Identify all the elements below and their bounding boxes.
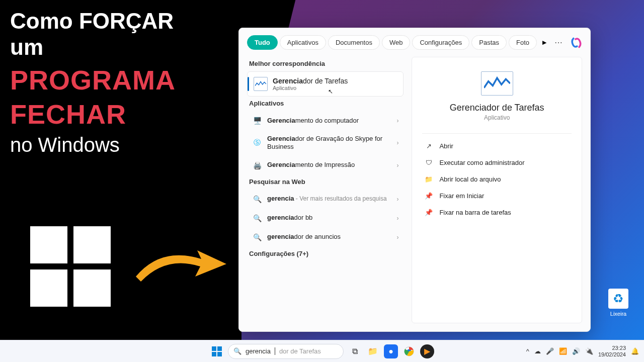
wifi-icon[interactable]: 📶 [559,347,567,355]
media-player-icon[interactable]: ▶ [420,344,434,358]
chevron-right-icon: › [396,196,398,203]
search-icon: 🔍 [252,213,262,223]
action-pin-start[interactable]: 📌Fixar em Iniciar [422,188,572,204]
tabs-scroll-right-icon[interactable]: ▶ [539,37,549,49]
taskbar-clock[interactable]: 23:23 19/02/2024 [598,345,626,357]
chevron-right-icon: › [396,162,398,169]
task-view-icon[interactable]: ⧉ [348,344,362,358]
copilot-icon[interactable] [571,36,582,49]
shield-icon: 🛡 [424,159,433,166]
app-result-1[interactable]: Ⓢ Gerenciador de Gravação do Skype for B… [247,130,404,156]
skype-icon: Ⓢ [252,138,262,148]
tab-web[interactable]: Web [382,35,411,50]
explorer-icon[interactable]: 📁 [366,344,380,358]
arrow-icon [131,241,231,287]
search-typed-text: gerencia [246,347,271,355]
best-match-item[interactable]: Gerenciador de Tarefas Aplicativo ↖ [247,71,404,97]
camera-app-icon[interactable]: ● [384,344,398,358]
folder-icon: 📁 [424,175,433,183]
tab-tudo[interactable]: Tudo [247,35,278,50]
onedrive-icon[interactable]: ☁ [534,347,541,355]
tray-chevron-icon[interactable]: ^ [526,347,529,355]
recycle-bin[interactable]: ♻ Lixeira [604,289,633,317]
pin-icon: 📌 [424,209,433,216]
action-pin-taskbar[interactable]: 📌Fixar na barra de tarefas [422,204,572,221]
web-result-0[interactable]: 🔍 gerencia - Ver mais resultados da pesq… [247,190,404,209]
app-icon: 🖥️ [252,116,262,126]
app-result-0[interactable]: 🖥️ Gerenciamento do computador › [247,111,404,130]
search-ghost-text: dor de Tarefas [279,347,321,355]
preview-app-icon [481,71,513,96]
best-match-label: Melhor correspondência [249,60,404,67]
thumb-line4: FECHAR [10,100,231,129]
search-results-column: Melhor correspondência Gerenciador de Ta… [247,57,404,323]
start-search-popup: Tudo Aplicativos Documentos Web Configur… [238,28,591,332]
preview-divider [422,133,572,134]
thumb-line2: um [10,35,231,59]
chevron-right-icon: › [396,139,398,146]
thumb-line3: PROGRAMA [10,66,231,95]
recycle-bin-label: Lixeira [604,311,633,317]
thumb-line1: Como FORÇAR [10,9,231,33]
best-match-title: Gerenciador de Tarefas [273,77,348,85]
taskbar-search[interactable]: 🔍 gerenciador de Tarefas [228,344,344,359]
search-icon: 🔍 [233,347,242,355]
start-button[interactable] [210,344,224,358]
taskbar: 🔍 gerenciador de Tarefas ⧉ 📁 ● ▶ ^ ☁ 🎤 📶… [0,340,644,362]
tab-fotos[interactable]: Foto [509,35,537,50]
pin-icon: 📌 [424,192,433,200]
printer-icon: 🖨️ [252,160,262,170]
cursor-icon: ↖ [328,88,333,95]
action-run-admin[interactable]: 🛡Executar como administrador [422,154,572,171]
open-icon: ↗ [424,142,433,150]
action-open[interactable]: ↗Abrir [422,138,572,154]
system-tray: ^ ☁ 🎤 📶 🔊 🔌 23:23 19/02/2024 🔔 [526,345,639,357]
search-filter-tabs: Tudo Aplicativos Documentos Web Configur… [239,28,590,57]
search-icon: 🔍 [252,194,262,204]
web-section-label: Pesquisar na Web [249,178,404,186]
preview-subtitle: Aplicativo [422,114,572,121]
tab-aplicativos[interactable]: Aplicativos [280,35,326,50]
app-result-2[interactable]: 🖨️ Gerenciamento de Impressão › [247,156,404,175]
notifications-icon[interactable]: 🔔 [631,347,639,355]
apps-section-label: Aplicativos [249,100,404,107]
chevron-right-icon: › [396,234,398,241]
windows-logo-icon [30,226,111,307]
settings-section-label: Configurações (7+) [249,250,404,257]
thumb-line5: no Windows [10,134,231,156]
chrome-icon[interactable] [402,344,416,358]
recycle-bin-icon: ♻ [608,289,628,309]
microphone-icon[interactable]: 🎤 [546,347,554,355]
preview-pane: Gerenciador de Tarefas Aplicativo ↗Abrir… [412,57,582,323]
tab-pastas[interactable]: Pastas [471,35,507,50]
chevron-right-icon: › [396,215,398,222]
best-match-subtitle: Aplicativo [273,85,348,91]
volume-icon[interactable]: 🔊 [572,347,580,355]
taskbar-center: 🔍 gerenciador de Tarefas ⧉ 📁 ● ▶ [210,344,434,359]
web-result-1[interactable]: 🔍 gerenciador bb › [247,209,404,228]
tab-documentos[interactable]: Documentos [328,35,380,50]
task-manager-icon [254,77,268,91]
search-icon: 🔍 [252,232,262,242]
tabs-more-icon[interactable]: ⋯ [551,38,566,47]
tab-configuracoes[interactable]: Configurações [412,35,469,50]
thumbnail-text-panel: Como FORÇAR um PROGRAMA FECHAR no Window… [0,0,242,362]
web-result-2[interactable]: 🔍 gerenciador de anuncios › [247,228,404,247]
chevron-right-icon: › [396,117,398,124]
action-open-location[interactable]: 📁Abrir local do arquivo [422,171,572,188]
battery-icon[interactable]: 🔌 [585,347,593,355]
preview-title: Gerenciador de Tarefas [422,103,572,113]
